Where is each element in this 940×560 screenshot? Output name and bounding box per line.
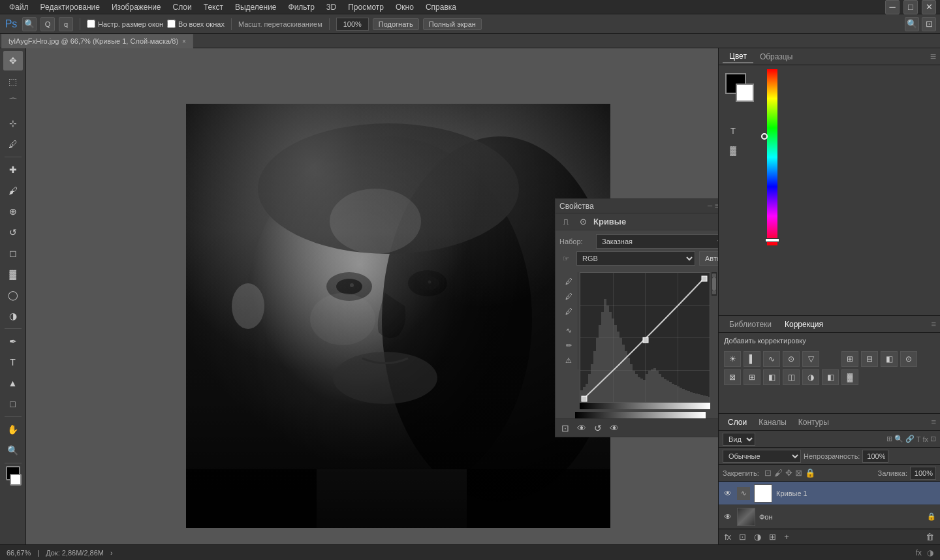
- layer-type-icon[interactable]: T: [916, 435, 921, 443]
- threshold-icon[interactable]: ◑: [802, 369, 819, 385]
- layers-tab[interactable]: Слои: [723, 416, 752, 428]
- opacity-input[interactable]: [862, 450, 888, 463]
- background-color[interactable]: [10, 474, 22, 486]
- layer-link-icon[interactable]: 🔗: [905, 435, 915, 443]
- bw-icon[interactable]: ◧: [881, 351, 898, 367]
- zoom-in-icon[interactable]: q: [59, 17, 73, 31]
- properties-collapse-btn[interactable]: ─: [708, 202, 712, 210]
- text-color-icon[interactable]: T: [725, 123, 741, 138]
- invert-icon[interactable]: ◧: [763, 369, 780, 385]
- layer-search-icon[interactable]: 🔍: [894, 435, 903, 443]
- hsl-icon[interactable]: ⊞: [841, 351, 858, 367]
- channels-tab[interactable]: Каналы: [753, 416, 792, 428]
- libraries-tab[interactable]: Библиотеки: [723, 319, 778, 330]
- gradient-map-icon[interactable]: ▓: [841, 369, 858, 385]
- swatches-tab[interactable]: Образцы: [753, 51, 799, 63]
- blend-mode-dropdown[interactable]: Обычные: [723, 450, 801, 463]
- menu-help[interactable]: Справка: [420, 1, 462, 13]
- add-mask-btn[interactable]: ⊡: [737, 532, 748, 542]
- create-group-icon[interactable]: ⊞: [886, 435, 892, 443]
- menu-text[interactable]: Текст: [198, 1, 228, 13]
- scroll-thumb[interactable]: [712, 277, 716, 290]
- lock-move-icon[interactable]: ✥: [785, 468, 792, 478]
- curves-delete-btn[interactable]: 🗑: [717, 423, 718, 433]
- fill-input[interactable]: [910, 467, 936, 480]
- blur-tool[interactable]: ◯: [3, 285, 23, 305]
- layers-panel-menu[interactable]: ≡: [931, 417, 936, 427]
- layer-row-bg[interactable]: 👁 Фон 🔒: [719, 505, 940, 529]
- curves-eyedropper-mid[interactable]: 🖊: [562, 290, 575, 303]
- background-swatch[interactable]: [736, 84, 754, 102]
- posterize-icon[interactable]: ◫: [783, 369, 800, 385]
- curves-scrollbar[interactable]: [712, 272, 717, 296]
- hue-slider[interactable]: [765, 238, 779, 242]
- delete-layer-btn[interactable]: 🗑: [924, 532, 936, 542]
- menu-file[interactable]: Файл: [4, 1, 34, 13]
- curves-smooth-icon[interactable]: ∿: [562, 324, 575, 337]
- clone-tool[interactable]: ⊕: [3, 202, 23, 221]
- layer-mask-icon[interactable]: ⊡: [930, 435, 936, 443]
- lock-paint-icon[interactable]: 🖌: [774, 468, 783, 478]
- color-panel-menu-icon[interactable]: ≡: [930, 51, 936, 63]
- menu-image[interactable]: Изображение: [106, 1, 166, 13]
- brush-tool[interactable]: 🖌: [3, 181, 23, 200]
- lasso-tool[interactable]: ⌒: [3, 93, 23, 112]
- channel-dropdown[interactable]: RGB: [576, 251, 695, 266]
- menu-window[interactable]: Окно: [390, 1, 419, 13]
- add-layer-btn[interactable]: +: [782, 532, 791, 542]
- paths-tab[interactable]: Контуры: [793, 416, 834, 428]
- search-icon[interactable]: 🔍: [905, 17, 919, 31]
- curves-icon[interactable]: ∿: [763, 351, 780, 367]
- curves-warning-icon[interactable]: ⚠: [562, 354, 575, 367]
- scroll-down-btn[interactable]: [712, 290, 716, 294]
- menu-layers[interactable]: Слои: [168, 1, 197, 13]
- color-tab[interactable]: Цвет: [723, 50, 753, 63]
- curves-hand-icon[interactable]: ☞: [559, 252, 572, 265]
- menu-filter[interactable]: Фильтр: [283, 1, 320, 13]
- document-tab[interactable]: tylAygFxHro.jpg @ 66,7% (Кривые 1, Слой-…: [1, 34, 193, 48]
- hue-bar[interactable]: [767, 69, 777, 245]
- zoom-input[interactable]: [336, 18, 369, 31]
- curves-graph[interactable]: [580, 272, 710, 403]
- panel-toggle-icon[interactable]: ⊡: [922, 17, 936, 31]
- fit-button[interactable]: Подогнать: [373, 18, 419, 30]
- pen-tool[interactable]: ✒: [3, 332, 23, 351]
- layer-row-curves[interactable]: 👁 ∿ Кривые 1: [719, 482, 940, 505]
- path-select-tool[interactable]: ▲: [3, 373, 23, 393]
- properties-options-btn[interactable]: ≡: [715, 202, 718, 210]
- menu-select[interactable]: Выделение: [230, 1, 282, 13]
- dodge-tool[interactable]: ◑: [3, 306, 23, 326]
- curves-eyedropper-shadow[interactable]: 🖊: [562, 275, 575, 288]
- curves-clip-shadow-btn[interactable]: ⊡: [559, 423, 571, 433]
- shape-tool[interactable]: □: [3, 394, 23, 414]
- lock-transparency-icon[interactable]: ⊡: [764, 468, 772, 478]
- zoom-out-icon[interactable]: Q: [40, 17, 55, 31]
- vibrance-icon[interactable]: ▽: [802, 351, 819, 367]
- channel-mixer-icon[interactable]: ⊠: [724, 369, 741, 385]
- selection-tool[interactable]: ⬚: [3, 72, 23, 91]
- gradient-icon[interactable]: ▓: [725, 142, 741, 158]
- allwindows-checkbox[interactable]: [167, 20, 176, 28]
- eraser-tool[interactable]: ◻: [3, 243, 23, 263]
- hand-tool[interactable]: ✋: [3, 420, 23, 439]
- close-btn[interactable]: ✕: [922, 0, 936, 14]
- menu-3d[interactable]: 3D: [321, 1, 341, 13]
- auto-button[interactable]: Авто: [699, 251, 718, 266]
- add-group-btn[interactable]: ⊞: [767, 532, 778, 542]
- move-tool[interactable]: ✥: [3, 51, 23, 70]
- lock-artboard-icon[interactable]: ⊠: [795, 468, 802, 478]
- levels-icon[interactable]: ▌: [744, 351, 760, 367]
- layer-visibility-bg[interactable]: 👁: [723, 512, 733, 522]
- crop-tool[interactable]: ⊹: [3, 114, 23, 133]
- layer-fx-btn[interactable]: fx: [723, 532, 733, 542]
- color-lookup-icon[interactable]: ⊞: [744, 369, 760, 385]
- correction-tab[interactable]: Коррекция: [778, 319, 830, 330]
- curves-eyedropper-high[interactable]: 🖊: [562, 305, 575, 318]
- fullscreen-button[interactable]: Полный экран: [423, 18, 482, 30]
- exposure-icon[interactable]: ⊙: [783, 351, 800, 367]
- correction-panel-menu[interactable]: ≡: [931, 319, 936, 329]
- zoom-canvas-tool[interactable]: 🔍: [3, 441, 23, 460]
- selective-color-icon[interactable]: ◧: [822, 369, 839, 385]
- eyedropper-tool[interactable]: 🖊: [3, 134, 23, 154]
- menu-view[interactable]: Просмотр: [343, 1, 389, 13]
